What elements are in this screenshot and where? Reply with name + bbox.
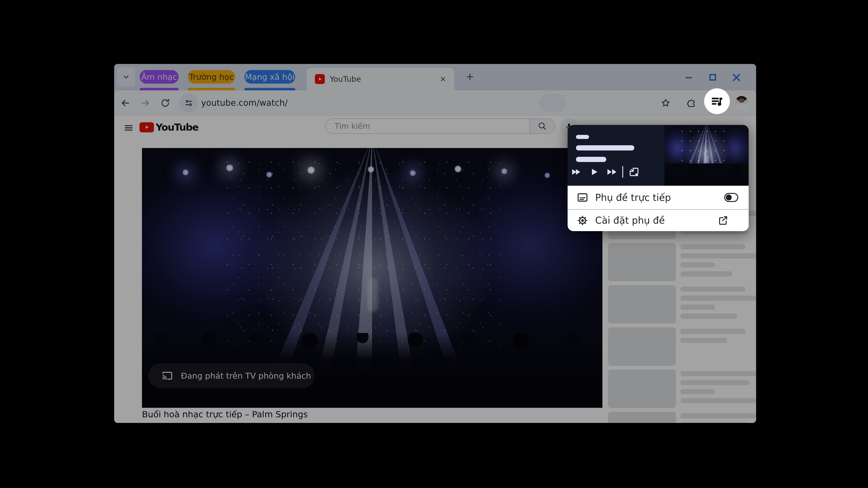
skeleton-source <box>576 135 589 139</box>
play-button[interactable] <box>585 165 603 179</box>
live-caption-icon <box>577 192 588 203</box>
skeleton-title <box>576 145 634 151</box>
previous-track-button[interactable] <box>567 165 585 179</box>
caption-settings-row[interactable]: Cài đặt phụ đề <box>567 210 749 231</box>
media-controls-popup: Phụ đề trực tiếp Cài đặt phụ đề <box>567 125 749 231</box>
toggle-knob <box>726 195 732 200</box>
controls-divider <box>622 166 623 178</box>
live-caption-row[interactable]: Phụ đề trực tiếp <box>567 186 749 209</box>
thumbnail-concert-scene <box>664 125 749 186</box>
thumb-crowd <box>664 163 749 186</box>
media-controls-button[interactable] <box>704 88 730 114</box>
media-thumbnail <box>664 125 749 186</box>
open-in-new-icon <box>717 215 728 226</box>
live-caption-label: Phụ đề trực tiếp <box>595 192 724 203</box>
browser-window: Âm nhạc Trường học Mạng xã hội YouTube <box>114 64 756 423</box>
media-session-card <box>567 125 749 186</box>
feature-spotlight-scrim <box>114 64 756 423</box>
picture-in-picture-button[interactable] <box>625 165 643 179</box>
caption-settings-label: Cài đặt phụ đề <box>595 215 717 226</box>
media-controls <box>567 165 643 179</box>
media-queue-music-icon <box>710 94 724 108</box>
gear-icon <box>577 215 588 226</box>
next-track-button[interactable] <box>603 165 620 179</box>
live-caption-toggle[interactable] <box>724 193 738 202</box>
screen: Âm nhạc Trường học Mạng xã hội YouTube <box>0 0 868 488</box>
skeleton-artist <box>576 157 606 162</box>
